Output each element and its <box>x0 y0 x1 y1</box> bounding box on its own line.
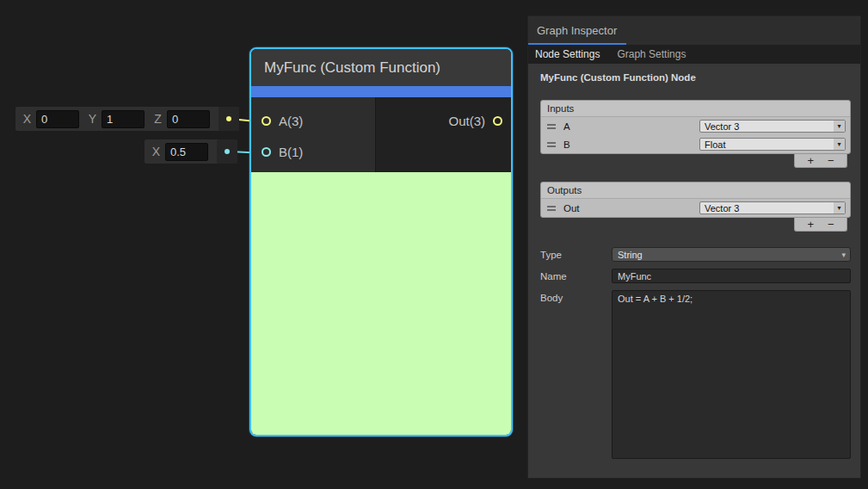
node-preview <box>251 172 511 435</box>
type-dropdown[interactable]: String ▾ <box>612 247 851 262</box>
input-b-type-value: Float <box>705 139 725 150</box>
node-port-area: A(3) B(1) Out(3) <box>251 97 511 172</box>
node-settings-heading: MyFunc (Custom Function) Node <box>540 72 848 83</box>
drag-handle-icon[interactable] <box>547 142 556 147</box>
outputs-remove-button[interactable]: − <box>828 219 834 231</box>
vector3-y-label: Y <box>88 112 97 126</box>
input-a-type-value: Vector 3 <box>705 121 739 132</box>
inputs-row-a[interactable]: A Vector 3 ▾ <box>541 117 850 135</box>
input-a-type-dropdown[interactable]: Vector 3 ▾ <box>699 120 846 133</box>
graph-inspector-panel: Graph Inspector Node Settings Graph Sett… <box>527 15 861 479</box>
outputs-row-out[interactable]: Out Vector 3 ▾ <box>541 199 850 217</box>
dropdown-arrow-icon: ▾ <box>834 202 845 214</box>
vector3-port-icon <box>226 116 231 121</box>
body-label: Body <box>540 290 612 303</box>
port-b-icon[interactable] <box>262 147 271 157</box>
active-panel-indicator <box>528 43 626 45</box>
dropdown-arrow-icon: ▾ <box>834 139 845 150</box>
vector3-x-label: X <box>22 112 32 126</box>
inputs-list: Inputs A Vector 3 ▾ B Float ▾ <box>540 100 851 154</box>
dropdown-arrow-icon: ▾ <box>841 251 846 259</box>
tab-graph-settings[interactable]: Graph Settings <box>617 48 686 60</box>
outputs-list-title: Outputs <box>541 183 850 199</box>
output-out-name: Out <box>563 203 580 214</box>
outputs-list-footer: + − <box>794 218 847 232</box>
output-out-type-dropdown[interactable]: Vector 3 ▾ <box>699 201 846 214</box>
inputs-list-title: Inputs <box>541 101 850 117</box>
input-a-name: A <box>563 121 570 132</box>
float-value-widget: X 0.5 <box>145 139 237 164</box>
type-field-row: Type String ▾ <box>540 247 851 262</box>
body-textarea[interactable]: Out = A + B + 1/2; <box>612 290 851 459</box>
tab-node-settings[interactable]: Node Settings <box>535 48 600 60</box>
inputs-remove-button[interactable]: − <box>828 155 834 167</box>
inputs-list-footer: + − <box>794 154 847 168</box>
input-port-a[interactable]: A(3) <box>251 108 375 133</box>
outputs-add-button[interactable]: + <box>807 219 814 231</box>
node-title[interactable]: MyFunc (Custom Function) <box>251 49 511 86</box>
inspector-title: Graph Inspector <box>537 24 617 37</box>
body-field-row: Body Out = A + B + 1/2; <box>540 290 851 459</box>
drag-handle-icon[interactable] <box>547 206 556 211</box>
vector3-z-field[interactable]: 0 <box>167 110 210 128</box>
node-output-ports: Out(3) <box>376 97 511 172</box>
float-port-icon <box>225 149 230 154</box>
vector3-z-label: Z <box>153 112 163 126</box>
input-port-b[interactable]: B(1) <box>251 139 375 164</box>
port-out-label: Out(3) <box>448 114 485 128</box>
vector3-x-field[interactable]: 0 <box>36 110 79 128</box>
float-output-port[interactable] <box>217 139 237 164</box>
inputs-row-b[interactable]: B Float ▾ <box>541 135 850 153</box>
vector3-output-port[interactable] <box>219 107 239 131</box>
node-accent-bar <box>251 86 511 97</box>
node-input-ports: A(3) B(1) <box>251 97 376 172</box>
dropdown-arrow-icon: ▾ <box>834 121 845 132</box>
inspector-header[interactable]: Graph Inspector <box>528 16 860 45</box>
vector3-value-widget: X 0 Y 1 Z 0 <box>15 107 239 131</box>
input-b-type-dropdown[interactable]: Float ▾ <box>699 138 846 151</box>
float-x-label: X <box>151 145 161 158</box>
name-field-row: Name MyFunc <box>540 269 851 283</box>
input-b-name: B <box>563 139 570 150</box>
port-a-icon[interactable] <box>262 116 271 126</box>
custom-function-node[interactable]: MyFunc (Custom Function) A(3) B(1) Out(3… <box>249 47 513 436</box>
float-x-field[interactable]: 0.5 <box>165 143 208 161</box>
name-input[interactable]: MyFunc <box>612 269 851 283</box>
name-label: Name <box>540 271 612 282</box>
inspector-tab-bar: Node Settings Graph Settings <box>528 45 860 64</box>
port-a-label: A(3) <box>279 114 303 128</box>
port-out-icon[interactable] <box>493 116 502 126</box>
shader-graph-window: { "graph": { "vector3_widget": { "fields… <box>0 0 868 489</box>
vector3-y-field[interactable]: 1 <box>102 110 145 128</box>
port-b-label: B(1) <box>279 145 303 159</box>
output-out-type-value: Vector 3 <box>705 203 739 214</box>
drag-handle-icon[interactable] <box>547 124 556 129</box>
type-label: Type <box>540 250 612 260</box>
inspector-body: MyFunc (Custom Function) Node Inputs A V… <box>528 64 860 459</box>
type-value: String <box>618 250 643 260</box>
output-port-out[interactable]: Out(3) <box>430 108 511 133</box>
inputs-add-button[interactable]: + <box>807 155 814 167</box>
outputs-list: Outputs Out Vector 3 ▾ <box>540 182 851 218</box>
